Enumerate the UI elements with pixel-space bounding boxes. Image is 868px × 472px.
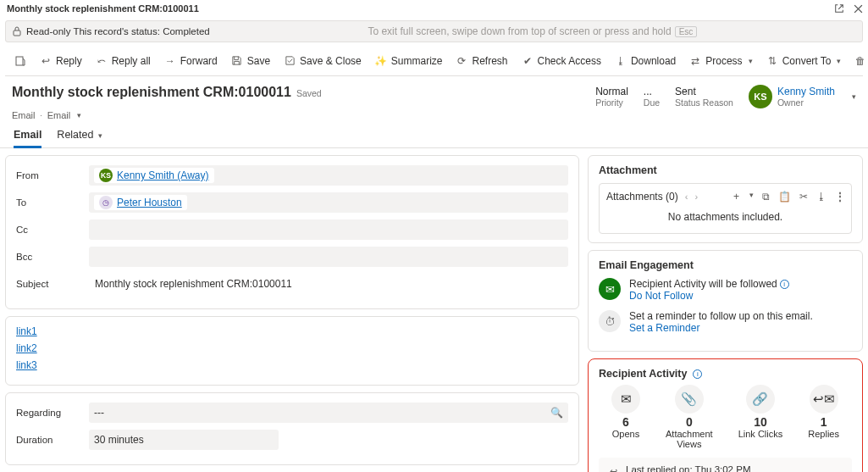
links-card: link1 link2 link3 [5,316,579,386]
attachment-section: Attachment Attachments (0) ‹ › + ▾ ⧉ 📋 ✂… [588,155,863,243]
engagement-title: Email Engagement [599,259,852,271]
save-close-icon [284,55,296,67]
copy-icon[interactable]: ⧉ [762,191,770,203]
save-close-button[interactable]: Save & Close [278,52,368,70]
stat-views: 📎 0AttachmentViews [666,385,713,449]
link-icon: 🔗 [746,385,775,414]
regarding-field[interactable]: --- 🔍 [89,403,568,423]
attachment-icon: 📎 [675,385,704,414]
link1[interactable]: link1 [16,325,568,337]
lock-icon [13,26,21,36]
popout-icon[interactable] [832,2,846,15]
to-link[interactable]: Peter Houston [117,197,182,208]
link3[interactable]: link3 [16,359,568,371]
paste-icon[interactable]: 📋 [778,191,791,203]
to-field[interactable]: ◷Peter Houston [89,192,568,213]
chevron-down-icon[interactable]: ▾ [77,111,81,119]
status-text: Read-only This record's status: Complete… [26,26,210,36]
regarding-card: Regarding --- 🔍 Duration 30 minutes [5,392,579,465]
attachments-count: Attachments (0) [606,191,678,203]
chevron-down-icon: ▾ [749,57,753,65]
save-button[interactable]: Save [225,52,276,70]
set-reminder-link[interactable]: Set a Reminder [629,322,813,334]
status-reason-field: SentStatus Reason [675,86,733,108]
download-button[interactable]: ⭳Download [609,52,682,70]
refresh-button[interactable]: ⟳Refresh [450,52,513,70]
refresh-icon: ⟳ [456,55,467,67]
chevron-down-icon: ▾ [98,131,102,140]
tab-email[interactable]: Email [14,129,41,147]
check-access-icon: ✔ [522,55,534,67]
window-title: Monthly stock replenishment CRM:0100011 [3,3,199,14]
header-chevron-icon[interactable]: ▾ [852,92,856,101]
reply-icon: ↩ [40,55,52,67]
info-icon[interactable]: i [693,369,702,379]
title-bar: Monthly stock replenishment CRM:0100011 [0,0,868,17]
close-icon[interactable] [851,2,865,15]
download-icon: ⭳ [615,55,627,67]
add-attachment-icon[interactable]: + [733,191,739,203]
mail-icon: ✉ [599,278,621,300]
reply-tl-icon: ↩ [607,465,619,472]
owner-field: Kenny SmithOwner [777,86,835,108]
attachments-empty: No attachments included. [606,203,844,226]
bcc-field[interactable] [89,247,568,267]
cc-field[interactable] [89,219,568,240]
from-field[interactable]: KSKenny Smith (Away) [89,165,568,186]
priority-field: NormalPriority [595,86,628,108]
link2[interactable]: link2 [16,342,568,354]
duration-field[interactable]: 30 minutes [89,430,279,450]
regarding-label: Regarding [16,408,89,418]
attachment-title: Attachment [599,164,852,176]
stat-replies: ↩✉ 1Replies [808,385,839,449]
reply-all-icon: ⤺ [96,55,108,67]
record-header: Monthly stock replenishment CRM:0100011 … [0,76,868,110]
next-icon: › [694,192,698,202]
info-icon[interactable]: i [780,280,789,289]
from-label: From [16,170,89,180]
new-button[interactable] [8,52,32,70]
status-bar: Read-only This record's status: Complete… [5,20,863,42]
reminder-icon: ⏱ [599,310,621,332]
save-icon [231,55,243,67]
svg-rect-1 [16,57,23,65]
envelope-open-icon: ✉ [611,385,640,414]
subject-field[interactable]: Monthly stock replenishment CRM:0100011 [89,275,568,293]
to-label: To [16,197,89,208]
svg-rect-0 [14,31,20,36]
search-icon[interactable]: 🔍 [550,407,563,419]
due-field: ...Due [644,86,660,108]
cc-label: Cc [16,225,89,235]
process-icon: ⇄ [689,55,701,67]
prev-icon: ‹ [685,192,688,202]
recipient-activity-section: Recipient Activity i ✉ 6Opens 📎 0Attachm… [588,358,863,472]
delete-icon: 🗑 [854,55,866,67]
email-fields-card: From KSKenny Smith (Away) To ◷Peter Hous… [5,155,579,309]
tabs: Email Related ▾ [0,120,868,148]
reply-button[interactable]: ↩Reply [34,52,88,70]
activity-title: Recipient Activity [599,368,687,380]
convert-icon: ⇅ [766,55,778,67]
new-icon [14,55,26,67]
check-access-button[interactable]: ✔Check Access [516,52,607,70]
do-not-follow-link[interactable]: Do Not Follow [629,290,789,302]
summarize-button[interactable]: ✨Summarize [369,52,449,70]
tab-related[interactable]: Related ▾ [57,129,102,147]
process-button[interactable]: ⇄Process▾ [683,52,758,70]
chevron-down-icon: ▾ [837,57,841,65]
forward-icon: → [164,55,176,67]
engagement-section: Email Engagement ✉ Recipient Activity wi… [588,250,863,352]
chevron-down-icon[interactable]: ▾ [749,191,754,203]
page-title: Monthly stock replenishment CRM:0100011 [12,85,291,100]
reply-all-button[interactable]: ⤺Reply all [90,52,157,70]
contact-icon: ◷ [99,196,113,209]
from-link[interactable]: Kenny Smith (Away) [117,169,209,181]
forward-button[interactable]: →Forward [158,52,224,70]
download-attach-icon[interactable]: ⭳ [816,191,827,203]
attach-overflow-icon[interactable]: ⋮ [835,191,844,203]
delete-attach-icon[interactable]: ✂ [799,191,808,203]
delete-button[interactable]: 🗑Delete [849,52,868,70]
command-toolbar: ↩Reply ⤺Reply all →Forward Save Save & C… [5,46,863,76]
convert-to-button[interactable]: ⇅Convert To▾ [760,52,848,70]
stat-opens: ✉ 6Opens [611,385,640,449]
